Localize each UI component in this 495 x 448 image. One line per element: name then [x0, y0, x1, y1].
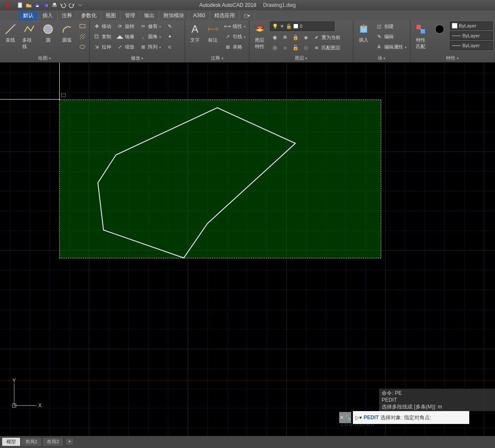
polygon-shape	[0, 63, 386, 320]
layer-freeze-icon[interactable]: ❄	[280, 33, 290, 42]
close-icon[interactable]: ✕	[340, 415, 344, 421]
layer-thaw-icon[interactable]: ☼	[280, 43, 290, 52]
tab-a360[interactable]: A360	[189, 11, 210, 20]
offset-icon[interactable]: ⊂	[164, 42, 175, 51]
array-button[interactable]: ⊞阵列	[138, 42, 163, 51]
trim-button[interactable]: ✂修剪	[138, 21, 163, 31]
hatch-icon[interactable]	[77, 32, 88, 41]
erase-icon[interactable]: ✎	[164, 21, 175, 31]
plot-icon[interactable]	[51, 1, 58, 9]
props-palette-icon[interactable]	[431, 21, 448, 37]
layer-props-label: 图层 特性	[255, 37, 264, 50]
move-button[interactable]: ✥移动	[91, 21, 113, 31]
line-button[interactable]: 直线	[2, 21, 19, 44]
add-layout-button[interactable]: +	[65, 438, 74, 445]
cmd-history-line-3: 选择多段线或 [多条(M)]: m	[382, 403, 492, 410]
panel-props-title[interactable]: 特性	[446, 55, 459, 61]
rotate-button[interactable]: ⟳旋转	[115, 21, 136, 31]
tab-manage[interactable]: 管理	[121, 11, 140, 21]
saveas-icon[interactable]	[42, 1, 50, 9]
layout-tab-1[interactable]: 布局1	[21, 437, 42, 446]
tab-default[interactable]: 默认	[19, 11, 38, 21]
edit-attr-button[interactable]: A编辑属性	[374, 42, 408, 51]
crosshair-horizontal	[0, 99, 60, 100]
text-button[interactable]: A文字	[187, 21, 203, 44]
layer-iso-icon[interactable]: ◈	[301, 33, 310, 42]
insert-block-button[interactable]: 插入	[355, 21, 372, 44]
match-props-button[interactable]: 特性 匹配	[412, 21, 429, 51]
linear-button[interactable]: ⟷线性	[222, 21, 247, 31]
panel-layer-title[interactable]: 图层	[295, 55, 308, 61]
command-line[interactable]: ✕ 🔧 ▷▾ PEDIT 选择对象: 指定对角点:	[353, 411, 469, 424]
layer-props-button[interactable]: 图层 特性	[251, 21, 268, 51]
layer-state-icons: ◉ ❄ 🔒 ◈ ◎ ☼ 🔓 ◇	[270, 33, 310, 52]
panel-modify-title[interactable]: 修改	[131, 55, 144, 61]
linetype-dropdown[interactable]: ByLayer	[450, 41, 493, 50]
svg-text:Y: Y	[12, 378, 16, 384]
app-name: Autodesk AutoCAD 2018	[199, 2, 256, 8]
scale-button[interactable]: ⤢缩放	[115, 42, 136, 51]
panel-block-title[interactable]: 块	[378, 55, 386, 61]
color-dropdown[interactable]: ByLayer	[450, 21, 493, 30]
arc-button[interactable]: 圆弧	[58, 21, 76, 44]
tab-more-icon[interactable]: ▢▾	[240, 12, 255, 19]
layer-dropdown[interactable]: 💡 ☀ 🔓 0	[270, 21, 334, 31]
rect-icon[interactable]	[77, 21, 88, 31]
ribbon-tabs: 默认 插入 注释 参数化 视图 管理 输出 附加模块 A360 精选应用 ▢▾	[0, 10, 495, 21]
tab-view[interactable]: 视图	[101, 11, 121, 21]
qat-dropdown-icon[interactable]	[76, 1, 84, 9]
panel-layer: 图层 特性 💡 ☀ 🔓 0 ◉ ❄ 🔒 ◈ ◎ ☼	[249, 21, 353, 62]
layer-off-icon[interactable]: ◉	[270, 33, 279, 42]
panel-block: 插入 ◫创建 ✎编辑 A编辑属性 块	[353, 21, 410, 62]
leader-button[interactable]: ↗引线	[222, 32, 247, 41]
lightbulb-icon: 💡	[272, 24, 278, 29]
app-logo[interactable]	[2, 0, 15, 10]
lock-icon: 🔓	[286, 24, 292, 29]
layer-name: 0	[300, 24, 302, 29]
fillet-button[interactable]: ◟圆角	[138, 32, 163, 41]
copy-button[interactable]: ⿻复制	[91, 32, 113, 41]
tab-annotate[interactable]: 注释	[58, 11, 77, 21]
set-current-button[interactable]: ✔置为当前	[311, 33, 342, 42]
status-bar	[0, 436, 495, 448]
mirror-button[interactable]: ◢◣镜像	[115, 32, 136, 41]
svg-line-6	[6, 25, 15, 33]
ellipse-icon[interactable]	[77, 42, 88, 51]
layer-unlock-icon[interactable]: 🔓	[291, 43, 300, 52]
circle-button[interactable]: 圆	[40, 21, 57, 44]
wrench-icon[interactable]: 🔧	[345, 415, 351, 421]
stretch-button[interactable]: ⇲拉伸	[91, 42, 113, 51]
cmd-history-line-2: PEDIT	[382, 397, 492, 403]
layer-uniso-icon[interactable]: ◇	[301, 43, 310, 52]
edit-block-button[interactable]: ✎编辑	[374, 32, 408, 41]
tab-addins[interactable]: 附加模块	[159, 11, 189, 21]
explode-icon[interactable]: ✦	[164, 32, 175, 41]
panel-annot-title[interactable]: 注释	[211, 55, 224, 61]
titlebar-title: Autodesk AutoCAD 2018 Drawing1.dwg	[199, 2, 296, 8]
tab-output[interactable]: 输出	[140, 11, 159, 21]
layout-tab-2[interactable]: 布局2	[42, 437, 64, 446]
layer-lock-icon[interactable]: 🔒	[291, 33, 300, 42]
svg-point-9	[44, 25, 52, 33]
dimension-button[interactable]: 标注	[205, 21, 221, 44]
table-button[interactable]: ⊞表格	[222, 42, 247, 51]
create-block-button[interactable]: ◫创建	[374, 21, 408, 31]
command-line-handle[interactable]: ✕ 🔧	[339, 412, 351, 423]
new-icon[interactable]	[16, 1, 24, 9]
save-icon[interactable]	[33, 1, 41, 9]
tab-parametric[interactable]: 参数化	[77, 11, 101, 21]
lineweight-dropdown[interactable]: ByLayer	[450, 31, 493, 40]
undo-icon[interactable]	[59, 1, 67, 9]
titlebar: Autodesk AutoCAD 2018 Drawing1.dwg	[0, 0, 495, 10]
panel-draw-title[interactable]: 绘图	[38, 55, 51, 61]
tab-insert[interactable]: 插入	[38, 11, 58, 21]
drawing-canvas[interactable]: X Y zhulouren 命令: PE PEDIT 选择多段线或 [多条(M)…	[0, 63, 495, 436]
tab-featured[interactable]: 精选应用	[210, 11, 240, 21]
open-icon[interactable]	[25, 1, 33, 9]
match-layer-button[interactable]: ≋匹配图层	[311, 43, 342, 52]
layer-on-icon[interactable]: ◎	[270, 43, 279, 52]
axis-line	[0, 380, 495, 381]
redo-icon[interactable]	[68, 1, 76, 9]
layout-tab-model[interactable]: 模型	[2, 437, 21, 446]
polyline-button[interactable]: 多段线	[21, 21, 38, 51]
